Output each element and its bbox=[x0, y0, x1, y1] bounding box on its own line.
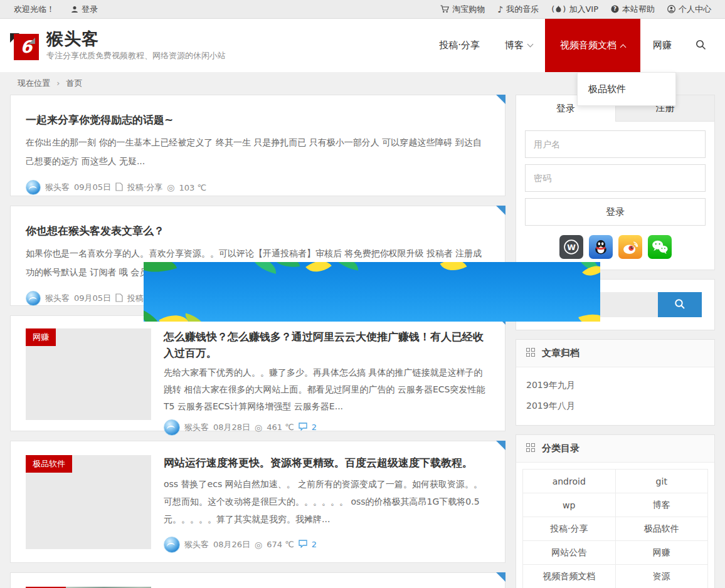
archive-widget: 文章归档 2019年九月 2019年八月 bbox=[516, 339, 715, 426]
author-link[interactable]: 猴头客 bbox=[45, 293, 70, 304]
category-cell[interactable]: 博客 bbox=[615, 493, 708, 517]
avatar bbox=[164, 537, 180, 553]
article-thumbnail[interactable]: 网赚 bbox=[26, 328, 151, 420]
topbar-item-profile[interactable]: 个人中心 bbox=[667, 4, 711, 15]
article-thumbnail[interactable]: 极品软件 bbox=[26, 455, 151, 549]
category-cell[interactable]: 网赚 bbox=[615, 541, 708, 565]
fold-corner-decoration bbox=[496, 95, 505, 104]
floating-banner-image[interactable] bbox=[144, 262, 600, 322]
wechat-icon[interactable] bbox=[648, 235, 672, 259]
author-link[interactable]: 猴头客 bbox=[184, 539, 209, 550]
nav-item-media-docs[interactable]: 视频音频文档 bbox=[545, 19, 640, 72]
password-input[interactable] bbox=[525, 164, 706, 192]
category-badge[interactable]: 极品软件 bbox=[26, 455, 72, 473]
comment-icon bbox=[299, 423, 307, 433]
leaf-decoration bbox=[305, 262, 332, 279]
author-link[interactable]: 猴头客 bbox=[45, 182, 70, 193]
help-icon: ? bbox=[611, 5, 619, 13]
comment-icon bbox=[299, 540, 307, 550]
music-icon: ♪ bbox=[497, 4, 503, 14]
category-link[interactable]: 投稿·分享 bbox=[127, 182, 162, 193]
nav-item-share[interactable]: 投稿·分享 bbox=[426, 19, 492, 72]
article-title[interactable]: 一起来分享你觉得励志的话题~ bbox=[26, 112, 490, 129]
article-title[interactable]: 你也想在猴头客发表文章么？ bbox=[26, 223, 490, 239]
article-excerpt: oss 替换了ecs 网站自然加速、。 之前所有的资源变成了一篇。如何获取资源。… bbox=[164, 475, 490, 528]
eye-icon: ◎ bbox=[167, 183, 174, 192]
nav-dropdown-menu: 极品软件 bbox=[577, 72, 676, 106]
fire-icon bbox=[556, 6, 561, 13]
article-meta: 猴头客 08月26日 ◎ 674 ℃ 2 bbox=[164, 537, 490, 553]
categories-widget: 分类目录 android git wp 博客 投稿·分享 极品软件 bbox=[516, 434, 715, 588]
article-card: 极品软件 网站运行速度将更快。资源将更精致。百度云超级速度下载教程。 oss 替… bbox=[10, 441, 505, 563]
avatar bbox=[26, 180, 41, 195]
archive-widget-header: 文章归档 bbox=[516, 340, 714, 367]
article-card: 一起来分享你觉得励志的话题~ 在你出生的那一刻 你的一生基本上已经被定义了 终其… bbox=[10, 95, 505, 196]
sidebar-search-button[interactable] bbox=[658, 292, 702, 317]
search-icon bbox=[674, 298, 685, 312]
comment-count-link[interactable]: 2 bbox=[312, 540, 317, 549]
category-cell[interactable]: 视频音频文档 bbox=[523, 565, 616, 588]
category-badge[interactable]: 网赚 bbox=[26, 328, 56, 346]
category-cell[interactable]: 网站公告 bbox=[523, 541, 616, 565]
article-meta: 猴头客 09月05日 投稿·分享 ◎ 103 ℃ bbox=[26, 180, 490, 195]
site-logo[interactable]: 6 bbox=[10, 31, 39, 60]
qq-icon[interactable] bbox=[589, 235, 613, 259]
category-cell[interactable]: wp bbox=[523, 493, 616, 517]
categories-table: android git wp 博客 投稿·分享 极品软件 网站公告 网赚 bbox=[522, 469, 708, 588]
welcome-text: 欢迎光临！ bbox=[14, 4, 55, 15]
category-cell[interactable]: 投稿·分享 bbox=[523, 517, 616, 541]
article-title[interactable]: 网站运行速度将更快。资源将更精致。百度云超级速度下载教程。 bbox=[164, 455, 490, 471]
eye-icon: ◎ bbox=[255, 540, 262, 549]
category-cell[interactable]: 极品软件 bbox=[615, 517, 708, 541]
login-widget: 登录 注册 登录 W bbox=[516, 95, 715, 270]
svg-text:?: ? bbox=[613, 6, 617, 12]
article-meta: 猴头客 08月28日 ◎ 461 ℃ 2 bbox=[164, 419, 490, 436]
article-date: 09月05日 bbox=[74, 182, 111, 193]
nav-item-blog[interactable]: 博客 bbox=[492, 19, 545, 72]
avatar bbox=[26, 291, 41, 306]
topbar-item-help[interactable]: ? 本站帮助 bbox=[611, 4, 655, 15]
article-excerpt: 在你出生的那一刻 你的一生基本上已经被定义了 终其一生 只是挣扎而已 只有极小一… bbox=[26, 134, 490, 170]
user-icon bbox=[71, 6, 78, 13]
sidebar: 登录 注册 登录 W bbox=[516, 95, 715, 588]
wordpress-icon[interactable]: W bbox=[559, 235, 583, 259]
article-title[interactable]: 怎么赚钱快？怎么赚钱多？通过阿里云云大使推广赚钱！有人已经收入过百万。 bbox=[164, 328, 490, 362]
site-header: 6 猴头客 专注分享优质免费视频教程、网络资源的休闲小站 投稿·分享 博客 视频… bbox=[0, 19, 725, 72]
category-cell[interactable]: git bbox=[615, 470, 708, 493]
widget-title: 分类目录 bbox=[542, 443, 579, 454]
archive-link[interactable]: 2019年九月 bbox=[526, 375, 704, 396]
logo-red-square: 6 bbox=[14, 34, 39, 60]
leaf-decoration bbox=[249, 262, 279, 274]
topbar-item-music[interactable]: ♪ 我的音乐 bbox=[497, 4, 539, 15]
topbar-item-taobao[interactable]: 淘宝购物 bbox=[440, 4, 485, 15]
leaf-decoration bbox=[332, 262, 361, 270]
username-input[interactable] bbox=[525, 130, 706, 158]
nav-item-moneymaking[interactable]: 网赚 bbox=[640, 19, 684, 72]
article-card: 百度云下载速度慢？教你一招提升下载速度的方法！ bbox=[10, 572, 505, 588]
category-cell[interactable]: android bbox=[523, 470, 616, 493]
social-login-row: W bbox=[525, 226, 706, 261]
search-icon bbox=[696, 39, 706, 52]
chevron-down-icon bbox=[527, 41, 534, 48]
breadcrumb-home-link[interactable]: 首页 bbox=[66, 78, 82, 88]
site-title[interactable]: 猴头客 bbox=[46, 29, 226, 48]
leaf-decoration bbox=[440, 262, 467, 277]
archive-link[interactable]: 2019年八月 bbox=[526, 396, 704, 416]
weibo-icon[interactable] bbox=[618, 235, 642, 259]
article-date: 08月26日 bbox=[213, 539, 250, 550]
topbar-item-vip[interactable]: ( ) 加入VIP bbox=[551, 4, 598, 15]
author-link[interactable]: 猴头客 bbox=[184, 422, 209, 433]
view-count: 461 ℃ bbox=[267, 423, 294, 432]
dropdown-item-software[interactable]: 极品软件 bbox=[578, 81, 675, 97]
page-icon bbox=[115, 293, 123, 304]
svg-text:W: W bbox=[567, 243, 576, 252]
comment-count-link[interactable]: 2 bbox=[312, 423, 317, 432]
user-circle-icon bbox=[667, 5, 675, 13]
leaf-decoration bbox=[578, 308, 600, 322]
article-date: 08月28日 bbox=[213, 422, 250, 433]
login-button[interactable]: 登录 bbox=[525, 198, 706, 226]
category-cell[interactable]: 资源 bbox=[615, 565, 708, 588]
topbar-login-link[interactable]: 登录 bbox=[71, 4, 98, 15]
eye-icon: ◎ bbox=[255, 423, 262, 432]
nav-search-button[interactable] bbox=[684, 19, 715, 72]
